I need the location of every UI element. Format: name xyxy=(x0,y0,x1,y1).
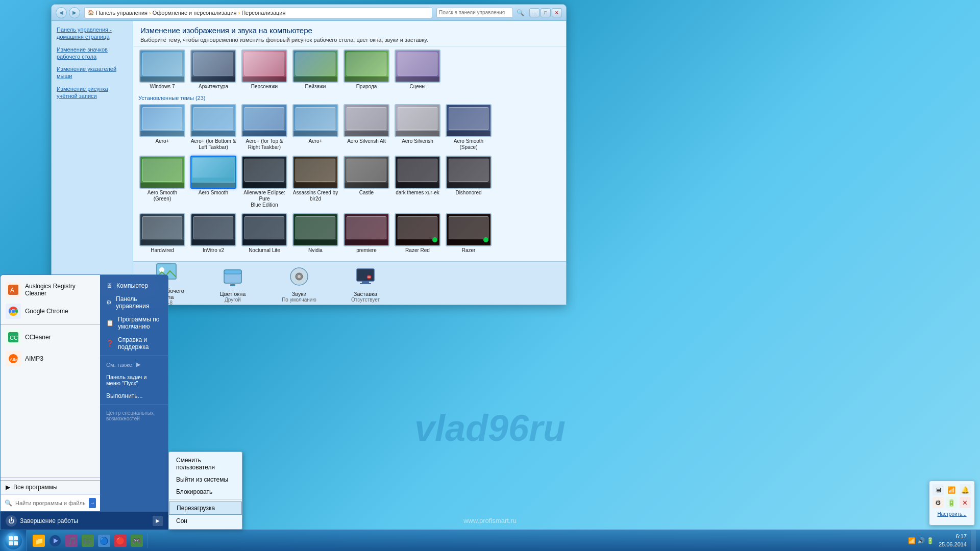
screensaver-label: Заставка xyxy=(354,291,377,297)
start-right-run[interactable]: Выполнить... xyxy=(100,389,168,403)
theme-chars[interactable]: Персонажи xyxy=(240,49,288,90)
theme-dish[interactable]: Dishonored xyxy=(445,156,493,208)
theme-chars-label: Персонажи xyxy=(251,84,278,90)
shutdown-restart[interactable]: Перезагрузка xyxy=(169,502,242,515)
icon7-taskbar[interactable]: 🎮 xyxy=(130,534,144,548)
start-search-input[interactable] xyxy=(15,500,86,506)
start-right-seealso: См. также ▶ xyxy=(100,358,168,371)
notif-icon-5[interactable]: 🔋 xyxy=(946,497,957,508)
themes-scroll[interactable]: Windows 7 Архитектура Персонажи xyxy=(133,46,566,261)
theme-aerosilv-alt[interactable]: Aero Silverish Alt xyxy=(342,104,390,151)
theme-razer[interactable]: Razer xyxy=(445,213,493,254)
tray-network-icon[interactable]: 📶 xyxy=(908,537,916,545)
all-programs-button[interactable]: ▶ Все программы xyxy=(1,480,100,494)
theme-hard[interactable]: Hardwired xyxy=(138,213,186,254)
theme-noct[interactable]: Nocturnal Lite xyxy=(240,213,288,254)
theme-nature[interactable]: Природа xyxy=(342,49,390,90)
shutdown-sleep[interactable]: Сон xyxy=(169,515,242,527)
theme-scenes[interactable]: Сцены xyxy=(394,49,442,90)
minimize-button[interactable]: — xyxy=(529,8,540,17)
address-home: Панель управления xyxy=(96,10,148,16)
clock-time: 6:17 xyxy=(939,533,967,540)
start-app-chrome[interactable]: Google Chrome xyxy=(1,300,100,322)
shutdown-button[interactable]: ⏻ Завершение работы xyxy=(6,515,78,527)
shutdown-arrow-button[interactable]: ▶ xyxy=(153,516,163,526)
sidebar-link-icons[interactable]: Изменение значков рабочего стола xyxy=(57,46,128,61)
theme-aerop3[interactable]: Aero+ (for Top &Right Taskbar) xyxy=(240,104,288,151)
theme-dark[interactable]: dark themes xur-ek xyxy=(394,156,442,208)
svg-text:🔵: 🔵 xyxy=(100,537,109,545)
icon6-taskbar[interactable]: 🔴 xyxy=(113,534,128,548)
theme-razerr[interactable]: Razer Red xyxy=(394,213,442,254)
shutdown-label: Завершение работы xyxy=(20,517,78,524)
forward-button[interactable]: ▶ xyxy=(69,7,80,18)
shutdown-logout[interactable]: Выйти из системы xyxy=(169,473,242,486)
svg-rect-10 xyxy=(360,283,371,284)
start-search-button[interactable]: → xyxy=(89,498,96,508)
start-right-accessibility[interactable]: Центр специальных возможностей xyxy=(100,407,168,424)
start-menu-left: A Auslogics Registry Cleaner xyxy=(1,275,100,511)
theme-castle[interactable]: Castle xyxy=(342,156,390,208)
notif-icon-4[interactable]: ⚙ xyxy=(933,497,944,508)
address-bar[interactable]: 🏠 Панель управления › Оформление и персо… xyxy=(84,7,432,18)
start-menu-divider1 xyxy=(1,324,100,324)
start-right-defaults[interactable]: 📋 Программы по умолчанию xyxy=(100,313,168,333)
svg-text:🔴: 🔴 xyxy=(116,537,125,545)
icon5-taskbar[interactable]: 🔵 xyxy=(97,534,111,548)
system-clock[interactable]: 6:17 25.06.2014 xyxy=(939,533,967,548)
notif-icon-6[interactable]: ✕ xyxy=(960,497,971,508)
theme-invitro[interactable]: InVitro v2 xyxy=(189,213,237,254)
theme-nvidia[interactable]: Nvidia xyxy=(291,213,339,254)
notif-icon-1[interactable]: 🖥 xyxy=(933,484,944,495)
maximize-button[interactable]: □ xyxy=(541,8,551,17)
back-button[interactable]: ◀ xyxy=(56,7,67,18)
shutdown-lock[interactable]: Блокировать xyxy=(169,486,242,498)
notif-icon-3[interactable]: 🔔 xyxy=(960,484,971,495)
customize-color[interactable]: Цвет окна Другой xyxy=(210,264,256,303)
theme-aerosm-sp[interactable]: Aero Smooth (Space) xyxy=(445,104,493,151)
search-input[interactable] xyxy=(436,8,513,18)
theme-aerop1[interactable]: Aero+ xyxy=(138,104,186,151)
theme-land[interactable]: Пейзажи xyxy=(291,49,339,90)
media-player-icon[interactable] xyxy=(48,534,62,548)
theme-aerop2[interactable]: Aero+ (for Bottom &Left Taskbar) xyxy=(189,104,237,151)
start-right-computer[interactable]: 🖥 Компьютер xyxy=(100,279,168,292)
start-app-aimp[interactable]: AIMP AIMP3 xyxy=(1,348,100,369)
start-app-auslogics[interactable]: A Auslogics Registry Cleaner xyxy=(1,279,100,300)
theme-windows7[interactable]: Windows 7 xyxy=(138,49,186,90)
theme-aerosilv[interactable]: Aero Silverish xyxy=(394,104,442,151)
icon3-taskbar[interactable]: 🎵 xyxy=(64,534,79,548)
notif-settings-link[interactable]: Настроить... xyxy=(933,511,971,517)
icon4-taskbar[interactable]: 🎼 xyxy=(81,534,95,548)
tray-sound-icon[interactable]: 🔊 xyxy=(917,537,925,545)
svg-point-17 xyxy=(12,310,15,313)
sidebar-link-home[interactable]: Панель управления - домашняя страница xyxy=(57,26,128,41)
sidebar-link-cursor[interactable]: Изменение указателей мыши xyxy=(57,65,128,80)
search-icon[interactable]: 🔍 xyxy=(515,8,525,18)
theme-aerosm-g[interactable]: Aero Smooth (Green) xyxy=(138,156,186,208)
shutdown-switch-user[interactable]: Сменить пользователя xyxy=(169,454,242,473)
notif-icon-2[interactable]: 📶 xyxy=(946,484,957,495)
theme-prem[interactable]: premiere xyxy=(342,213,390,254)
start-search-bar: 🔍 → xyxy=(1,494,100,511)
sidebar-link-account[interactable]: Изменение рисунка учётной записи xyxy=(57,85,128,100)
theme-aerop4[interactable]: Aero+ xyxy=(291,104,339,151)
show-desktop-button[interactable] xyxy=(971,530,976,552)
theme-alien[interactable]: Alienware Eclipse: PureBlue Edition xyxy=(240,156,288,208)
close-button[interactable]: ✕ xyxy=(552,8,562,17)
start-right-cpanel[interactable]: ⚙ Панель управления xyxy=(100,292,168,313)
start-right-help[interactable]: ❓ Справка и поддержка xyxy=(100,333,168,354)
explorer-icon[interactable]: 📁 xyxy=(32,534,46,548)
windows-logo xyxy=(8,536,18,546)
start-right-taskbar[interactable]: Панель задач и меню "Пуск" xyxy=(100,371,168,389)
theme-aerosm[interactable]: Aero Smooth xyxy=(189,156,237,208)
theme-arch[interactable]: Архитектура xyxy=(189,49,237,90)
svg-rect-4 xyxy=(230,284,235,286)
start-button[interactable] xyxy=(0,530,27,552)
tray-battery-icon[interactable]: 🔋 xyxy=(926,537,935,545)
svg-rect-25 xyxy=(14,541,18,545)
theme-ac[interactable]: Assassins Creed bybir2d xyxy=(291,156,339,208)
customize-screensaver[interactable]: Заставка Отсутствует xyxy=(342,264,388,303)
start-app-ccleaner[interactable]: CC CCleaner xyxy=(1,327,100,348)
customize-sound[interactable]: Звуки По умолчанию xyxy=(276,264,322,303)
